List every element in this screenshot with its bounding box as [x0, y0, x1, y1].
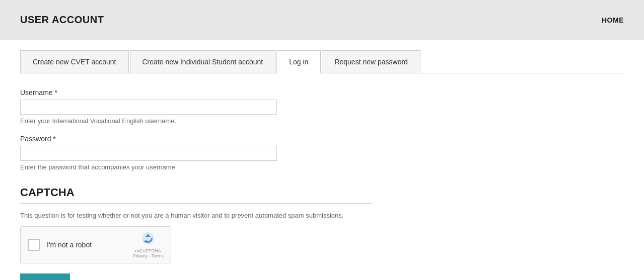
username-input[interactable] — [20, 100, 277, 115]
username-hint: Enter your International Vocational Engl… — [20, 117, 373, 125]
password-input[interactable] — [20, 146, 277, 161]
recaptcha-terms-link[interactable]: Terms — [152, 253, 164, 258]
recaptcha-label: I'm not a robot — [47, 241, 127, 249]
recaptcha-logo: reCAPTCHA Privacy - Terms — [132, 231, 164, 258]
username-field-group: Username * Enter your International Voca… — [20, 88, 373, 125]
tab-create-cvet[interactable]: Create new CVET account — [20, 50, 129, 73]
tab-request-password[interactable]: Request new password — [322, 50, 420, 73]
login-form: Username * Enter your International Voca… — [20, 88, 373, 280]
recaptcha-privacy-link[interactable]: Privacy — [132, 253, 148, 258]
recaptcha-icon — [140, 231, 156, 247]
username-label: Username * — [20, 88, 57, 97]
home-link[interactable]: HOME — [602, 16, 624, 24]
site-header: USER ACCOUNT HOME — [0, 0, 644, 40]
recaptcha-checkbox[interactable] — [28, 239, 40, 251]
recaptcha-widget[interactable]: I'm not a robot reCAPTCHA Privacy - Term… — [20, 226, 171, 263]
password-hint: Enter the password that accompanies your… — [20, 163, 373, 171]
tab-login[interactable]: Log in — [276, 50, 321, 73]
password-label: Password * — [20, 135, 56, 143]
recaptcha-brand: reCAPTCHA — [135, 248, 161, 253]
recaptcha-links: Privacy - Terms — [132, 253, 164, 258]
password-field-group: Password * Enter the password that accom… — [20, 135, 373, 171]
main-content: Create new CVET account Create new Indiv… — [0, 40, 644, 280]
tabs-container: Create new CVET account Create new Indiv… — [20, 50, 624, 73]
captcha-description: This question is for testing whether or … — [20, 212, 373, 219]
tab-create-student[interactable]: Create new Individual Student account — [130, 50, 276, 73]
captcha-heading: CAPTCHA — [20, 181, 373, 199]
site-title: USER ACCOUNT — [20, 14, 104, 26]
captcha-divider — [20, 203, 373, 204]
header-nav: HOME — [602, 16, 624, 24]
login-button[interactable]: LOG IN — [20, 273, 70, 280]
